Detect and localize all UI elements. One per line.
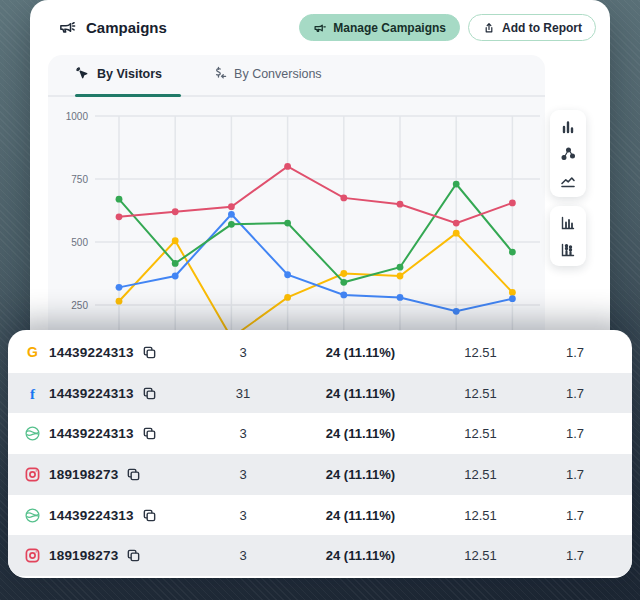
metric-value-1: 12.51 — [443, 426, 518, 441]
visitors-value: 3 — [208, 548, 278, 563]
svg-text:250: 250 — [71, 300, 88, 311]
svg-text:G: G — [27, 344, 38, 360]
campaign-id: 189198273 — [49, 467, 118, 482]
manage-campaigns-label: Manage Campaigns — [333, 21, 446, 35]
visitors-value: 3 — [208, 467, 278, 482]
add-to-report-button[interactable]: Add to Report — [468, 14, 596, 41]
instagram-icon — [24, 547, 41, 564]
metric-value-2: 1.7 — [518, 548, 632, 563]
svg-text:500: 500 — [71, 237, 88, 248]
megaphone-icon — [58, 18, 77, 37]
metric-value-2: 1.7 — [518, 386, 632, 401]
campaign-id: 14439224313 — [49, 386, 134, 401]
share-icon — [482, 21, 496, 35]
table-row[interactable]: f 14439224313 31 24 (11.11%) 12.51 1.7 — [8, 373, 632, 414]
visitors-value: 3 — [208, 508, 278, 523]
metric-value-2: 1.7 — [518, 345, 632, 360]
metric-value-2: 1.7 — [518, 426, 632, 441]
metric-value-1: 12.51 — [443, 386, 518, 401]
chart-type-group-2 — [550, 206, 586, 266]
copy-icon[interactable] — [142, 386, 157, 401]
copy-icon[interactable] — [142, 508, 157, 523]
chart-type-group-1 — [550, 110, 586, 197]
facebook-icon: f — [24, 385, 41, 402]
svg-text:1000: 1000 — [66, 111, 89, 122]
network-icon — [24, 425, 41, 442]
campaign-id: 14439224313 — [49, 508, 134, 523]
scatter-chart-button[interactable] — [553, 140, 583, 167]
conversions-value: 24 (11.11%) — [278, 426, 443, 441]
table-row[interactable]: 14439224313 3 24 (11.11%) 12.51 1.7 — [8, 413, 632, 454]
campaign-id: 14439224313 — [49, 426, 134, 441]
bar-chart-button[interactable] — [553, 113, 583, 140]
conversions-value: 24 (11.11%) — [278, 548, 443, 563]
copy-icon[interactable] — [126, 548, 141, 563]
metric-value-2: 1.7 — [518, 467, 632, 482]
boxplot-chart-button[interactable] — [553, 236, 583, 263]
table-row[interactable]: 189198273 3 24 (11.11%) 12.51 1.7 — [8, 454, 632, 495]
visitors-value: 31 — [208, 386, 278, 401]
instagram-icon — [24, 466, 41, 483]
chart-type-toolbar — [550, 110, 586, 266]
visitors-value: 3 — [208, 345, 278, 360]
svg-text:750: 750 — [71, 174, 88, 185]
conversions-value: 24 (11.11%) — [278, 345, 443, 360]
campaigns-table: G 14439224313 3 24 (11.11%) 12.51 1.7 f … — [8, 330, 632, 578]
google-icon: G — [24, 344, 41, 361]
area-chart-button[interactable] — [553, 167, 583, 194]
copy-icon[interactable] — [142, 345, 157, 360]
copy-icon[interactable] — [126, 467, 141, 482]
svg-text:f: f — [30, 385, 36, 401]
conversions-value: 24 (11.11%) — [278, 386, 443, 401]
table-row[interactable]: 14439224313 3 24 (11.11%) 12.51 1.7 — [8, 495, 632, 536]
copy-icon[interactable] — [142, 426, 157, 441]
table-row[interactable]: 189198273 3 24 (11.11%) 12.51 1.7 — [8, 535, 632, 576]
campaign-id: 189198273 — [49, 548, 118, 563]
add-to-report-label: Add to Report — [502, 21, 582, 35]
card-header: Campaigns Manage Campaigns Add to Report — [30, 0, 610, 41]
metric-value-1: 12.51 — [443, 345, 518, 360]
table-row[interactable]: G 14439224313 3 24 (11.11%) 12.51 1.7 — [8, 332, 632, 373]
chart-panel: By VisitorsBy Conversions 1000750500250 — [48, 55, 545, 347]
megaphone-icon — [313, 21, 327, 35]
visitors-value: 3 — [208, 426, 278, 441]
column-chart-button[interactable] — [553, 209, 583, 236]
metric-value-1: 12.51 — [443, 508, 518, 523]
conversions-value: 24 (11.11%) — [278, 508, 443, 523]
metric-value-1: 12.51 — [443, 467, 518, 482]
manage-campaigns-button[interactable]: Manage Campaigns — [299, 14, 460, 41]
network-icon — [24, 507, 41, 524]
metric-value-1: 12.51 — [443, 548, 518, 563]
campaigns-line-chart: 1000750500250 — [48, 55, 545, 347]
conversions-value: 24 (11.11%) — [278, 467, 443, 482]
metric-value-2: 1.7 — [518, 508, 632, 523]
campaign-id: 14439224313 — [49, 345, 134, 360]
page-title: Campaigns — [86, 19, 167, 36]
